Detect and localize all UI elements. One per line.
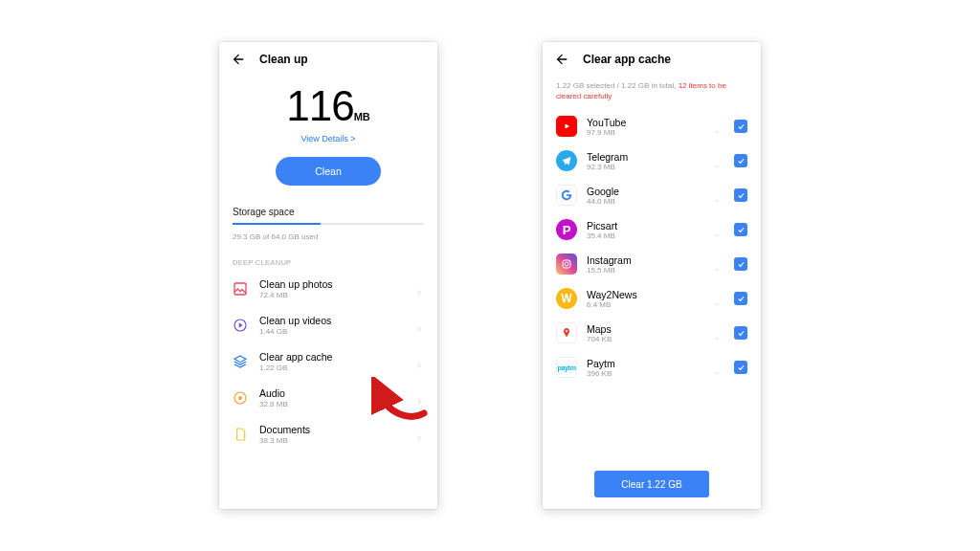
- item-size: 72.4 MB: [259, 291, 414, 299]
- storage-label: Storage space: [233, 207, 424, 217]
- app-row: Instagram15.5 MB: [543, 247, 761, 281]
- app-size: 35.4 MB: [587, 231, 703, 240]
- checkbox[interactable]: [734, 326, 747, 340]
- youtube-icon: [556, 116, 577, 137]
- app-name: Picsart: [587, 220, 703, 231]
- list-item[interactable]: Audio32.8 MB: [219, 380, 437, 416]
- size-unit: MB: [354, 111, 370, 122]
- chevron-right-icon: [414, 357, 424, 366]
- caret-down-icon[interactable]: [713, 191, 721, 199]
- chevron-right-icon: [414, 430, 424, 439]
- list-item[interactable]: Clear app cache1.22 GB: [219, 343, 437, 380]
- checkbox[interactable]: [734, 223, 747, 236]
- app-size: 704 KB: [587, 335, 703, 343]
- back-icon[interactable]: [554, 52, 569, 67]
- svg-point-5: [565, 262, 568, 266]
- audio-icon: [233, 390, 248, 406]
- svg-point-6: [568, 261, 569, 262]
- page-title: Clear app cache: [583, 53, 671, 66]
- caret-down-icon[interactable]: [713, 364, 721, 371]
- list-item[interactable]: Documents38.3 MB: [219, 416, 437, 452]
- svg-point-7: [566, 330, 568, 332]
- header: Clear app cache: [543, 42, 761, 75]
- checkbox[interactable]: [734, 120, 747, 133]
- selection-status: 1.22 GB selected / 1.22 GB in total, 12 …: [543, 80, 761, 101]
- cleanup-screen: Clean up 116MB View Details > Clean Stor…: [219, 42, 437, 509]
- caret-down-icon[interactable]: [713, 329, 721, 337]
- app-size: 6.4 MB: [587, 300, 703, 309]
- app-row: paytmPaytm396 KB: [543, 350, 761, 385]
- item-size: 1.44 GB: [259, 327, 414, 336]
- app-row: WWay2News6.4 MB: [543, 281, 761, 316]
- list-item[interactable]: Clean up photos72.4 MB: [219, 271, 437, 307]
- header: Clean up: [219, 42, 437, 75]
- app-size: 396 KB: [587, 369, 703, 378]
- storage-section: Storage space 29.3 GB of 64.0 GB used: [219, 207, 437, 241]
- list-item[interactable]: Clean up videos1.44 GB: [219, 307, 437, 343]
- picsart-icon: P: [556, 219, 577, 240]
- svg-point-3: [238, 396, 242, 400]
- caret-down-icon[interactable]: [713, 122, 721, 130]
- docs-icon: [233, 427, 248, 442]
- chevron-right-icon: [414, 284, 424, 294]
- checkbox[interactable]: [734, 361, 747, 374]
- checkbox[interactable]: [734, 257, 747, 271]
- app-name: YouTube: [587, 117, 703, 128]
- caret-down-icon[interactable]: [713, 157, 721, 165]
- app-name: Google: [587, 186, 703, 197]
- item-size: 38.3 MB: [259, 436, 414, 445]
- svg-rect-0: [234, 283, 246, 295]
- view-details-link[interactable]: View Details >: [219, 134, 437, 143]
- app-size: 97.9 MB: [587, 128, 703, 137]
- checkbox[interactable]: [734, 188, 747, 202]
- app-row: Telegram92.3 MB: [543, 143, 761, 178]
- item-title: Audio: [259, 387, 414, 399]
- app-name: Way2News: [587, 289, 703, 300]
- videos-icon: [233, 318, 248, 333]
- app-name: Paytm: [587, 358, 703, 369]
- app-row: Google44.0 MB: [543, 178, 761, 212]
- back-icon[interactable]: [231, 52, 246, 67]
- app-row: Maps704 KB: [543, 316, 761, 350]
- chevron-right-icon: [414, 393, 424, 403]
- status-text: 1.22 GB selected / 1.22 GB in total,: [556, 81, 679, 90]
- telegram-icon: [556, 150, 577, 171]
- item-size: 1.22 GB: [259, 364, 414, 372]
- paytm-icon: paytm: [556, 357, 577, 378]
- caret-down-icon[interactable]: [713, 295, 721, 302]
- item-title: Clean up videos: [259, 315, 414, 326]
- item-title: Clear app cache: [259, 351, 414, 363]
- clear-button[interactable]: Clear 1.22 GB: [594, 471, 709, 497]
- clear-cache-screen: Clear app cache 1.22 GB selected / 1.22 …: [543, 42, 761, 509]
- app-row: PPicsart35.4 MB: [543, 212, 761, 247]
- app-name: Maps: [587, 323, 703, 335]
- caret-down-icon[interactable]: [713, 226, 721, 233]
- storage-bar: [233, 223, 424, 225]
- app-cache-list: YouTube97.9 MBTelegram92.3 MBGoogle44.0 …: [543, 109, 761, 461]
- way2news-icon: W: [556, 288, 577, 309]
- chevron-right-icon: [414, 320, 424, 330]
- checkbox[interactable]: [734, 292, 747, 305]
- storage-sub: 29.3 GB of 64.0 GB used: [233, 232, 424, 241]
- cleanable-size: 116MB: [219, 82, 437, 130]
- app-size: 44.0 MB: [587, 197, 703, 206]
- app-size: 15.5 MB: [587, 266, 703, 275]
- instagram-icon: [556, 253, 577, 275]
- google-icon: [556, 185, 577, 206]
- app-row: YouTube97.9 MB: [543, 109, 761, 143]
- app-name: Telegram: [587, 151, 703, 163]
- deep-cleanup-list: Clean up photos72.4 MBClean up videos1.4…: [219, 271, 437, 452]
- checkbox[interactable]: [734, 154, 747, 167]
- size-number: 116: [286, 82, 353, 129]
- photos-icon: [233, 281, 248, 297]
- cache-icon: [233, 354, 248, 369]
- app-name: Instagram: [587, 254, 703, 266]
- item-title: Clean up photos: [259, 278, 414, 290]
- maps-icon: [556, 322, 577, 343]
- caret-down-icon[interactable]: [713, 260, 721, 268]
- app-size: 92.3 MB: [587, 163, 703, 171]
- item-size: 32.8 MB: [259, 400, 414, 408]
- page-title: Clean up: [259, 53, 308, 66]
- clean-button[interactable]: Clean: [276, 157, 381, 186]
- item-title: Documents: [259, 424, 414, 435]
